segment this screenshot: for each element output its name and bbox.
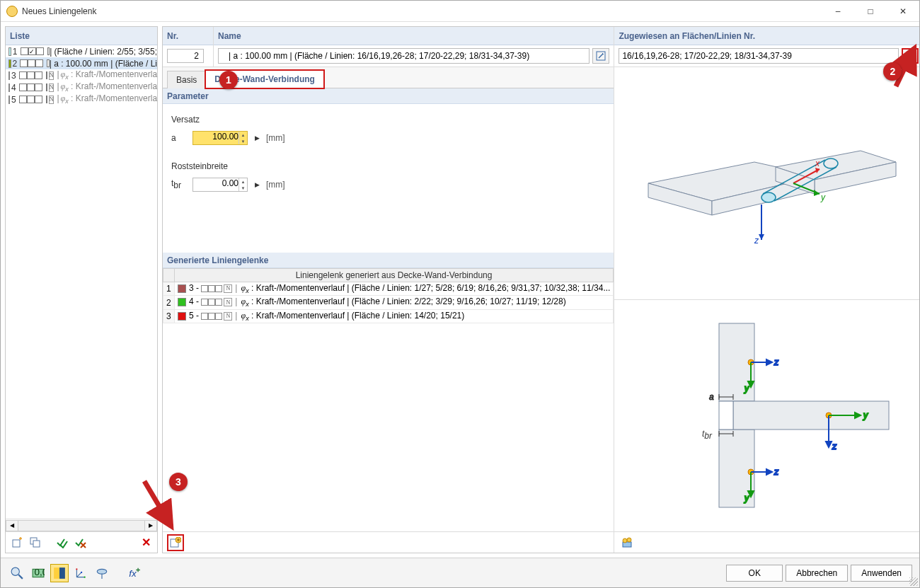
window-title: Neues Liniengelenk [22,6,822,16]
list-item[interactable]: 1 | (Fläche / Linien: 2/55; 3/55; [6,45,157,57]
list-item[interactable]: 4N|φx : Kraft-/Momentenverlau [6,81,157,93]
item-text: |φx : Kraft-/Momentenverlau [55,93,157,105]
cancel-button[interactable]: Abbrechen [786,565,848,582]
color-swatch [8,96,10,104]
list-item[interactable]: 5N|φx : Kraft-/Momentenverlau [6,93,157,105]
versatz-label: Versatz [171,115,200,125]
svg-line-54 [18,575,23,579]
row-index: 3 [163,309,175,323]
item-text: | a : 100.00 mm | (Fläche / Li [50,59,157,69]
resize-grip[interactable] [909,577,918,586]
svg-text:z: z [754,236,759,246]
svg-text:y: y [820,192,826,202]
titlebar: Neues Liniengelenk – □ ✕ [1,1,919,22]
svg-marker-31 [766,469,772,475]
check-all-button[interactable] [54,534,71,551]
maximize-button[interactable]: □ [854,1,887,22]
callout-3: 3 [169,473,188,491]
svg-text:y: y [863,410,868,420]
svg-rect-0 [13,540,20,547]
row-index: 1 [163,282,175,296]
minimize-button[interactable]: – [822,1,854,22]
list-item[interactable]: 2 | a : 100.00 mm | (Fläche / Li [6,57,157,69]
color-swatch [8,83,10,92]
diagram-section: z z z y y [614,300,919,532]
svg-point-60 [84,576,86,577]
axis-toggle-button[interactable] [71,564,90,582]
units-button[interactable]: 0,00 [29,564,47,582]
checkbox-group[interactable] [21,47,44,55]
color-mode-button[interactable] [50,564,69,582]
color-swatch [8,71,10,80]
n-badge: N [49,96,54,104]
spin-down-icon[interactable]: ▼ [238,138,247,144]
svg-point-51 [623,538,627,543]
color-swatch [8,59,11,68]
row-content: 3 - N| φx : Kraft-/Momentenverlauf | (Fl… [174,282,614,296]
checkbox[interactable] [46,83,47,91]
checkbox-group[interactable] [19,96,42,103]
svg-marker-25 [826,442,832,447]
item-number: 1 [13,47,18,57]
svg-marker-15 [759,234,764,240]
ok-button[interactable]: OK [726,565,783,582]
color-swatch [8,47,11,56]
new-item-button[interactable] [8,534,25,551]
name-text: | a : 100.00 mm | (Fläche / Linien: 16/1… [229,51,529,61]
tbr-more-button[interactable]: ▶ [252,178,262,192]
item-number: 2 [13,59,18,69]
dialog-footer: 0,00 fx OK Abbrechen Anwenden [1,558,919,587]
svg-marker-28 [766,359,772,365]
parameter-header: Parameter [163,88,614,104]
color-swatch [178,298,186,306]
close-button[interactable]: ✕ [887,1,919,22]
svg-point-53 [11,567,19,575]
scroll-left-icon[interactable]: ◀ [6,520,18,531]
nr-label: Nr. [163,27,213,45]
checkbox-group[interactable] [19,71,42,79]
list-pane: Liste 1 | (Fläche / Linien: 2/55; 3/55;2… [5,26,158,553]
assign-input[interactable]: 16/16,19,26-28; 17/20-22,29; 18/31-34,37… [619,48,899,64]
svg-text:tbr: tbr [702,429,713,441]
list-body[interactable]: 1 | (Fläche / Linien: 2/55; 3/55;2 | a :… [6,45,157,519]
a-more-button[interactable]: ▶ [252,131,262,145]
generated-table[interactable]: Liniengelenk generiert aus Decke-Wand-Ve… [163,268,614,323]
checkbox-group[interactable] [19,83,42,91]
checkbox[interactable] [46,96,47,103]
render-button[interactable] [93,564,111,582]
copy-item-button[interactable] [27,534,44,551]
checkbox[interactable] [46,71,47,79]
checkbox-group[interactable] [20,59,43,67]
svg-rect-58 [59,567,65,579]
list-item[interactable]: 3N|φx : Kraft-/Momentenverlau [6,69,157,81]
svg-rect-18 [719,430,754,507]
svg-text:y: y [744,493,749,503]
uncheck-all-button[interactable] [72,534,89,551]
diagram-options-button[interactable] [619,534,636,551]
name-display[interactable]: | a : 100.00 mm | (Fläche / Linien: 16/1… [218,48,590,64]
item-text: |φx : Kraft-/Momentenverlau [55,69,157,81]
edit-name-button[interactable] [592,48,609,64]
apply-button[interactable]: Anwenden [851,565,912,582]
table-row[interactable]: 2 4 - N| φx : Kraft-/Momentenverlauf | (… [163,296,614,309]
table-row[interactable]: 1 3 - N| φx : Kraft-/Momentenverlauf | (… [163,282,614,296]
fx-button[interactable]: fx [125,564,144,582]
name-label: Name [214,27,614,45]
a-input[interactable]: 100.00 ▲▼ [192,131,248,145]
svg-rect-57 [54,567,59,579]
tbr-input[interactable]: 0.00 ▲▼ [192,178,248,192]
spin-down-icon[interactable]: ▼ [238,185,247,191]
tbr-unit: [mm] [266,180,285,190]
nr-input[interactable] [167,49,204,63]
table-row[interactable]: 3 5 - N| φx : Kraft-/Momentenverlauf | (… [163,309,614,323]
svg-point-52 [627,538,631,542]
item-text: | (Fläche / Linien: 2/55; 3/55; [50,47,157,57]
list-header: Liste [6,27,157,45]
a-unit: [mm] [266,133,285,143]
help-button[interactable] [8,564,26,582]
tab-basis[interactable]: Basis [167,71,206,88]
svg-text:z: z [774,467,779,477]
item-text: |φx : Kraft-/Momentenverlau [55,81,157,93]
spin-up-icon[interactable]: ▲ [238,132,247,138]
spin-up-icon[interactable]: ▲ [238,178,247,185]
